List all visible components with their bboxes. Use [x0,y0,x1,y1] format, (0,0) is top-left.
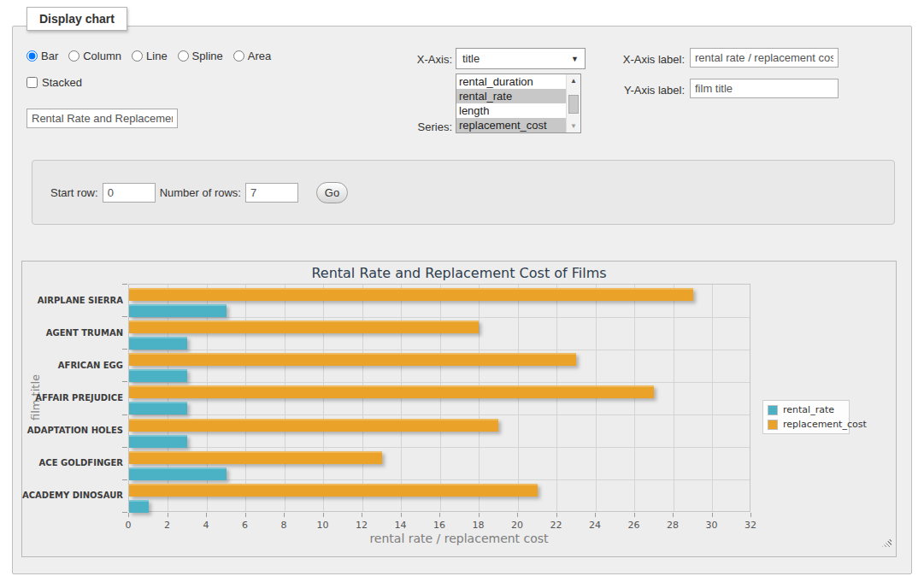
chart-type-option-area[interactable]: Area [233,50,271,62]
scrollbar-thumb[interactable] [568,95,579,114]
bar-replacement_cost [129,288,693,301]
x-tick-label: 2 [164,520,170,531]
x-axis-select-value: title [462,52,480,65]
bar-rental_rate [129,435,187,448]
gridline-horizontal [129,414,750,415]
scroll-up-icon[interactable]: ▲ [567,74,580,87]
y-tick-mark [122,414,127,415]
x-axis-select[interactable]: title ▼ [456,48,586,69]
series-option-length[interactable]: length [456,103,566,118]
x-tick-label: 8 [281,520,287,531]
y-tick-mark [122,381,127,382]
x-tick-label: 20 [511,520,523,531]
legend-label: replacement_cost [783,419,867,430]
chart-type-option-line[interactable]: Line [132,50,168,62]
x-tick-mark [128,513,129,517]
start-row-input[interactable] [103,183,156,203]
bar-replacement_cost [129,419,498,432]
plot-area [128,284,750,512]
stacked-label: Stacked [42,76,82,89]
series-option-rental_rate[interactable]: rental_rate [456,89,566,103]
chart-type-radio-line[interactable] [132,50,143,62]
x-tick-mark [673,513,674,517]
x-tick-mark [439,513,440,517]
x-tick-mark [750,513,751,517]
bar-rental_rate [129,500,149,513]
x-tick-label: 24 [589,520,601,531]
gridline-horizontal [129,447,750,448]
category-label: ADAPTATION HOLES [22,414,123,447]
chart-type-option-label: Spline [192,50,223,62]
x-tick-mark [245,513,246,517]
series-listbox-scrollbar[interactable]: ▲ ▼ [566,74,580,132]
x-tick-mark [595,513,596,517]
x-axis-label-field-label: X-Axis label: [591,53,685,66]
legend-item-rental_rate: rental_rate [768,404,845,415]
y-tick-mark [122,284,127,285]
x-tick-label: 32 [744,520,756,531]
display-chart-fieldset: Display chart BarColumnLineSplineArea St… [12,26,912,574]
chart-type-option-label: Column [83,50,121,62]
row-controls-panel: Start row: Number of rows: Go [32,160,895,225]
x-tick-mark [168,513,168,517]
category-label: AFRICAN EGG [22,349,123,381]
chart-type-option-spline[interactable]: Spline [178,50,223,62]
bar-rental_rate [129,337,187,350]
dropdown-arrow-icon: ▼ [571,55,579,63]
legend-item-replacement_cost: replacement_cost [768,419,845,430]
series-option-rental_duration[interactable]: rental_duration [456,74,566,89]
series-field-label: Series: [372,121,452,133]
series-listbox-options: rental_durationrental_ratelengthreplacem… [456,74,580,132]
y-tick-mark [122,479,127,480]
bar-rental_rate [129,467,227,480]
chart-title: Rental Rate and Replacement Cost of Film… [22,265,896,281]
chart-type-option-label: Bar [41,50,58,62]
chart-type-option-column[interactable]: Column [68,50,121,62]
x-tick-mark [362,513,362,517]
x-tick-mark [634,513,635,517]
series-option-replacement_cost[interactable]: replacement_cost [456,118,566,132]
fieldset-legend: Display chart [26,7,127,31]
bar-rental_rate [129,369,187,382]
x-axis-field-label: X-Axis: [372,53,452,66]
chart-type-option-bar[interactable]: Bar [26,50,58,62]
category-label: AFFAIR PREJUDICE [22,381,123,414]
x-tick-label: 16 [433,520,445,531]
y-axis-label-input[interactable] [690,79,839,98]
chart-type-radios: BarColumnLineSplineArea [26,50,278,62]
stacked-checkbox[interactable] [26,77,38,88]
x-tick-mark [401,513,402,517]
x-tick-label: 14 [395,520,407,531]
bar-replacement_cost [129,385,654,398]
x-tick-mark [323,513,324,517]
stacked-checkbox-row[interactable]: Stacked [26,76,82,89]
x-tick-label: 12 [356,520,368,531]
x-tick-label: 0 [126,520,132,531]
chart-type-option-label: Area [248,50,271,62]
go-button[interactable]: Go [316,182,348,203]
bar-replacement_cost [129,451,382,464]
series-listbox[interactable]: rental_durationrental_ratelengthreplacem… [456,73,581,133]
scroll-down-icon[interactable]: ▼ [567,120,580,132]
chart-type-radio-column[interactable] [68,50,79,62]
y-axis-label-field-label: Y-Axis label: [591,84,685,97]
x-tick-label: 28 [667,520,679,531]
chart-type-radio-area[interactable] [233,50,244,62]
start-row-label: Start row: [50,186,98,199]
gridline-horizontal [129,350,750,350]
x-tick-label: 26 [628,520,640,531]
legend-swatch [768,420,778,430]
chart-legend: rental_ratereplacement_cost [762,400,850,434]
legend-swatch [768,405,778,415]
gridline-vertical [674,285,674,511]
chart-title-input[interactable] [26,109,178,128]
chart-type-radio-bar[interactable] [26,50,38,62]
chart-type-radio-spline[interactable] [178,50,189,62]
x-axis-label-input[interactable] [690,48,839,68]
bar-replacement_cost [129,484,538,497]
x-tick-label: 18 [473,520,485,531]
number-of-rows-input[interactable] [245,183,298,203]
x-tick-mark [284,513,285,517]
legend-label: rental_rate [783,404,834,415]
bar-rental_rate [129,304,227,317]
